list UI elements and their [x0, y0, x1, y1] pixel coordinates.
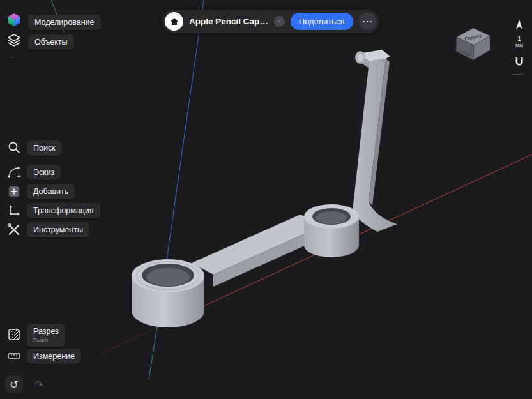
cursor-up-icon: [512, 18, 526, 32]
measure-label[interactable]: Измерение: [27, 349, 81, 364]
add-label[interactable]: Добавить: [27, 184, 75, 199]
share-button[interactable]: Поделиться: [291, 13, 353, 30]
model-body[interactable]: [132, 50, 397, 327]
document-toolbar: Apple Pencil Cap… Поделиться ⋯: [162, 10, 379, 33]
measure-tool-button[interactable]: [6, 347, 22, 364]
axis-z-extension: [149, 327, 157, 379]
modeling-label[interactable]: Моделирование: [28, 15, 101, 30]
layers-icon: [6, 32, 22, 49]
shapr3d-logo-icon: [6, 11, 22, 28]
redo-icon: ↷: [34, 379, 43, 391]
unit-value: 1: [510, 35, 529, 42]
history-button[interactable]: ↺: [5, 375, 23, 393]
search-label[interactable]: Поиск: [27, 140, 62, 156]
section-label-text: Разрез: [33, 327, 59, 336]
section-label[interactable]: Разрез Выкл: [27, 324, 65, 347]
transform-tool-button[interactable]: [6, 202, 22, 219]
transform-label[interactable]: Трансформация: [27, 203, 100, 218]
section-tool-button[interactable]: [6, 326, 22, 343]
model-arm[interactable]: [353, 59, 397, 232]
view-cube[interactable]: Сверху Спереди: [449, 23, 498, 64]
chevron-down-icon: [278, 19, 281, 24]
model-left-cup-floor: [146, 268, 190, 286]
redo-button[interactable]: ↷: [30, 375, 48, 393]
model-hook-cap-face: [358, 54, 363, 61]
search-icon: [6, 140, 22, 155]
ruler-icon: [6, 348, 22, 363]
section-hatch-icon: [6, 327, 22, 342]
modeling-menu-button[interactable]: [5, 11, 23, 29]
more-options-button[interactable]: ⋯: [359, 13, 376, 30]
unit-indicator[interactable]: 1 мм: [510, 35, 529, 49]
axis-x-extension: [102, 327, 157, 353]
orbit-mode-button[interactable]: [511, 17, 528, 33]
ellipsis-icon: ⋯: [362, 15, 372, 27]
unit-name: мм: [510, 42, 529, 49]
sketch-tool-button[interactable]: [6, 164, 22, 181]
right-rail-divider: [512, 74, 524, 75]
document-title: Apple Pencil Cap…: [189, 17, 268, 26]
home-button[interactable]: [165, 12, 183, 31]
transform-gizmo-icon: [6, 203, 22, 218]
tools-icon: [6, 222, 22, 237]
tools-tool-button[interactable]: [6, 222, 22, 238]
objects-label[interactable]: Объекты: [28, 34, 74, 50]
top-left-divider: [6, 57, 19, 57]
title-dropdown-button[interactable]: [274, 16, 285, 27]
bottom-left-divider: [6, 373, 19, 373]
search-tool-button[interactable]: [6, 139, 22, 156]
sketch-arc-icon: [6, 165, 22, 180]
section-state: Выкл: [33, 337, 59, 344]
add-icon: [6, 184, 22, 199]
snapping-button[interactable]: [511, 54, 528, 70]
home-icon: [169, 17, 179, 27]
history-icon: ↺: [10, 379, 18, 391]
magnet-icon: [512, 55, 526, 69]
objects-panel-button[interactable]: [5, 31, 23, 49]
tools-label[interactable]: Инструменты: [27, 222, 89, 237]
add-tool-button[interactable]: [6, 183, 22, 200]
shapr3d-app: Моделирование Объекты Apple Pencil Cap… …: [0, 0, 532, 399]
sketch-label[interactable]: Эскиз: [27, 165, 61, 180]
model-right-cup-floor: [316, 211, 347, 224]
